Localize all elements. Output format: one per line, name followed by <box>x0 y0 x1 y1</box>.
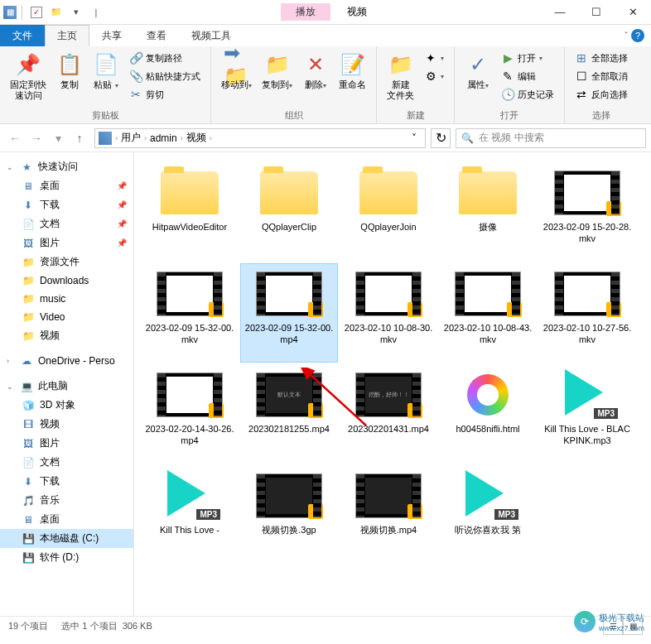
paste-button[interactable]: 📄 粘贴 ▾ <box>89 50 123 93</box>
select-none-button[interactable]: ☐全部取消 <box>571 68 631 84</box>
file-item[interactable]: QQplayerJoin <box>340 162 437 262</box>
pin-button[interactable]: 📌 固定到快 速访问 <box>7 50 50 103</box>
sidebar-quick-access[interactable]: ⌄ ★ 快速访问 <box>0 157 133 176</box>
file-item[interactable]: MP3Kill This Love - BLACKPINK.mp3 <box>538 364 636 464</box>
minimize-button[interactable]: — <box>542 1 578 24</box>
file-item[interactable]: ▶2023-02-10 10-27-56.mkv <box>538 263 636 363</box>
file-item[interactable]: ▶视频切换.mp4 <box>340 465 437 565</box>
file-label: 2023-02-10 10-27-56.mkv <box>542 322 632 345</box>
sidebar-this-pc[interactable]: ⌄💻此电脑 <box>0 377 133 396</box>
sidebar-item-pictures[interactable]: 🖼图片📌 <box>0 233 133 252</box>
sidebar-item-pc-documents[interactable]: 📄文档 <box>0 453 133 472</box>
sidebar-item-pc-videos[interactable]: 🎞视频 <box>0 415 133 434</box>
file-item[interactable]: MP3听说你喜欢我 第 <box>439 465 537 565</box>
chevron-down-icon[interactable]: ⌄ <box>7 163 15 171</box>
copy-button[interactable]: 📋 复制 <box>53 50 86 92</box>
sidebar-item-pc-downloads[interactable]: ⬇下载 <box>0 472 133 491</box>
easy-access-button[interactable]: ⚙▾ <box>421 68 447 84</box>
chevron-down-icon[interactable]: ⌄ <box>7 382 15 391</box>
group-label-organize: 组织 <box>218 108 369 122</box>
nav-up-icon[interactable]: ↑ <box>70 128 89 148</box>
copy-path-button[interactable]: 🔗复制路径 <box>126 50 204 66</box>
delete-button[interactable]: ✕ 删除▾ <box>299 50 332 93</box>
file-item[interactable]: MP3Kill This Love - <box>141 465 239 565</box>
search-input[interactable]: 🔍 在 视频 中搜索 <box>456 128 646 148</box>
file-item[interactable]: h00458nifli.html <box>439 364 537 464</box>
sidebar-item-documents[interactable]: 📄文档📌 <box>0 214 133 233</box>
sidebar-item-pc-pictures[interactable]: 🖼图片 <box>0 434 133 453</box>
file-item[interactable]: ▶2023-02-09 15-20-28.mkv <box>538 162 636 262</box>
file-item[interactable]: 摄像 <box>439 162 537 262</box>
sidebar-item-3d[interactable]: 🧊3D 对象 <box>0 396 133 415</box>
paste-shortcut-button[interactable]: 📎粘贴快捷方式 <box>126 68 204 84</box>
nav-recent-icon[interactable]: ▾ <box>48 128 68 148</box>
file-thumbnail: ▶ <box>554 168 620 218</box>
play-badge-icon: ▶ <box>407 504 422 519</box>
close-button[interactable]: ✕ <box>615 1 651 24</box>
qa-folder-icon[interactable]: 📁 <box>47 3 65 22</box>
cut-button[interactable]: ✂剪切 <box>126 86 204 103</box>
sidebar-onedrive[interactable]: ›☁OneDrive - Perso <box>0 352 133 370</box>
breadcrumb-seg[interactable]: admin <box>147 132 181 144</box>
properties-button[interactable]: ✓ 属性▾ <box>461 50 494 93</box>
select-all-button[interactable]: ⊞全部选择 <box>571 50 631 66</box>
mp3-badge: MP3 <box>196 509 220 520</box>
sidebar-item-downloads-en[interactable]: 📁Downloads <box>0 272 133 290</box>
document-icon: 📄 <box>22 218 35 231</box>
file-item[interactable]: ▶2023-02-20-14-30-26.mp4 <box>141 364 239 464</box>
file-thumbnail <box>157 168 223 218</box>
file-item[interactable]: ▶2023-02-09 15-32-00.mp4 <box>240 263 338 363</box>
file-thumbnail <box>455 168 521 218</box>
sidebar-item-video-en[interactable]: 📁Video <box>0 308 133 326</box>
sidebar-item-desktop[interactable]: 🖥桌面📌 <box>0 176 133 195</box>
qa-checkbox[interactable]: ✓ <box>27 3 46 22</box>
qa-dropdown[interactable]: ▾ <box>67 3 85 22</box>
refresh-button[interactable]: ↻ <box>431 128 451 148</box>
move-to-button[interactable]: ➡📁 移动到▾ <box>218 50 255 93</box>
sidebar-item-downloads[interactable]: ⬇下载📌 <box>0 195 133 214</box>
file-item[interactable]: ▶2023-02-09 15-32-00.mkv <box>141 263 239 363</box>
file-thumbnail <box>355 168 422 218</box>
file-thumbnail: ▶ <box>157 370 223 420</box>
file-item[interactable]: ▶2023-02-10 10-08-30.mkv <box>340 263 437 363</box>
tab-view[interactable]: 查看 <box>134 25 179 46</box>
tab-share[interactable]: 共享 <box>89 25 134 46</box>
copy-to-button[interactable]: 📁 复制到▾ <box>258 50 296 93</box>
nav-forward-icon[interactable]: → <box>27 128 46 148</box>
open-button[interactable]: ▶打开▾ <box>498 50 557 66</box>
maximize-button[interactable]: ☐ <box>578 1 615 24</box>
file-item[interactable]: QQplayerClip <box>240 162 338 262</box>
sidebar-item-pc-music[interactable]: 🎵音乐 <box>0 491 133 510</box>
sidebar-item-drive-d[interactable]: 💾软件 (D:) <box>0 548 133 567</box>
edit-button[interactable]: ✎编辑 <box>498 68 557 84</box>
new-item-button[interactable]: ✦▾ <box>421 50 447 66</box>
breadcrumb-seg[interactable]: 视频 <box>183 131 210 145</box>
breadcrumb[interactable]: › 用户 › admin › 视频 › ˅ <box>94 128 426 148</box>
file-item[interactable]: HitpawVideoEditor <box>141 162 239 262</box>
sidebar-item-pc-desktop[interactable]: 🖥桌面 <box>0 510 133 529</box>
new-folder-button[interactable]: 📁 新建 文件夹 <box>383 50 417 103</box>
video-thumb-icon: ▶ <box>157 372 223 417</box>
help-icon[interactable]: ? <box>631 29 644 42</box>
file-item[interactable]: ▶视频切换.3gp <box>240 465 338 565</box>
contextual-tab-play[interactable]: 播放 <box>281 3 330 21</box>
breadcrumb-dropdown-icon[interactable]: ˅ <box>407 132 422 144</box>
nav-back-icon[interactable]: ← <box>5 128 25 148</box>
tab-file[interactable]: 文件 <box>0 25 45 46</box>
sidebar-item-drive-c[interactable]: 💾本地磁盘 (C:) <box>0 529 133 548</box>
rename-button[interactable]: 📝 重命名 <box>335 50 369 92</box>
ribbon-collapse-icon[interactable]: ˇ <box>624 31 628 41</box>
invert-selection-button[interactable]: ⇄反向选择 <box>571 86 631 103</box>
breadcrumb-seg[interactable]: 用户 <box>118 131 144 145</box>
edit-icon: ✎ <box>501 70 514 83</box>
window-title: 视频 <box>347 5 367 19</box>
file-item[interactable]: ▶2023-02-10 10-08-43.mkv <box>439 263 537 363</box>
history-button[interactable]: 🕓历史记录 <box>498 86 557 103</box>
tab-home[interactable]: 主页 <box>45 25 89 46</box>
file-item[interactable]: 挖酷，好帅！！▶202302201431.mp4 <box>340 364 437 464</box>
sidebar-item-resources[interactable]: 📁资源文件 <box>0 252 133 272</box>
sidebar-item-videos[interactable]: 📁视频 <box>0 326 133 345</box>
sidebar-item-music-en[interactable]: 📁music <box>0 290 133 308</box>
file-pane[interactable]: HitpawVideoEditorQQplayerClipQQplayerJoi… <box>134 152 651 616</box>
file-item[interactable]: 默认文本▶202302181255.mp4 <box>240 364 338 464</box>
